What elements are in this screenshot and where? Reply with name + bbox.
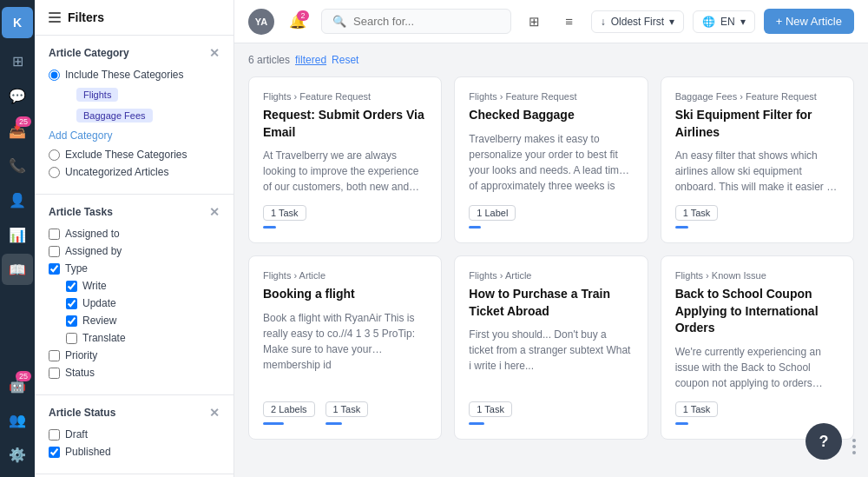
include-categories-radio[interactable]: Include These Categories <box>49 69 220 81</box>
article-breadcrumb: Flights › Known Issue <box>675 270 839 281</box>
article-tasks-section: Article Tasks ✕ Assigned to Assigned by … <box>35 195 233 395</box>
assigned-to-checkbox[interactable]: Assigned to <box>49 228 220 240</box>
write-checkbox[interactable]: Write <box>66 280 220 292</box>
article-card[interactable]: Flights › Feature RequestRequest: Submit… <box>248 76 442 243</box>
article-card[interactable]: Flights › ArticleHow to Purchase a Train… <box>454 255 648 440</box>
status-close-icon[interactable]: ✕ <box>209 406 220 420</box>
language-button[interactable]: 🌐 EN ▾ <box>693 10 755 33</box>
article-tag: 2 Labels <box>263 401 315 417</box>
article-footer: 1 Task <box>469 401 633 425</box>
draft-checkbox[interactable]: Draft <box>49 428 220 441</box>
nav-people[interactable]: 👥 <box>2 404 33 435</box>
nav-chart[interactable]: 📊 <box>2 219 33 250</box>
uncategorized-radio[interactable]: Uncategorized Articles <box>49 166 220 178</box>
app-logo: K <box>2 7 33 38</box>
baggage-fees-tag[interactable]: Baggage Fees <box>76 109 153 123</box>
nav-inbox[interactable]: 📥 25 <box>2 115 33 146</box>
nav-robot[interactable]: 🤖 25 <box>2 369 33 401</box>
tasks-close-icon[interactable]: ✕ <box>209 205 220 219</box>
article-tag-wrapper: 1 Label <box>469 205 516 229</box>
article-tag-wrapper: 1 Task <box>675 205 719 229</box>
article-title: Checked Baggage <box>469 107 633 124</box>
top-bar-actions: ⊞ ≡ ↓ Oldest First ▾ 🌐 EN ▾ + New Articl… <box>522 9 854 35</box>
article-tag-wrapper: 1 Task <box>675 401 719 425</box>
published-checkbox[interactable]: Published <box>49 446 220 458</box>
article-card[interactable]: Flights › Known IssueBack to School Coup… <box>661 255 854 440</box>
article-tag: 1 Label <box>469 205 516 221</box>
article-tag-wrapper: 1 Task <box>263 205 306 229</box>
article-breadcrumb: Flights › Article <box>263 270 427 281</box>
article-excerpt: An easy filter that shows which airlines… <box>675 148 839 195</box>
review-checkbox[interactable]: Review <box>66 315 220 327</box>
type-nested-options: Write Update Review Translate <box>49 280 220 344</box>
search-input[interactable] <box>353 15 500 28</box>
sort-chevron-icon: ▾ <box>669 16 674 28</box>
reset-button[interactable]: Reset <box>332 54 358 66</box>
article-status-section: Article Status ✕ Draft Published <box>35 395 233 474</box>
type-checkbox[interactable]: Type <box>49 262 220 275</box>
article-breadcrumb: Flights › Feature Request <box>263 91 427 102</box>
article-tag-wrapper: 1 Task <box>326 401 369 425</box>
help-button[interactable]: ? <box>806 423 842 460</box>
flights-tag[interactable]: Flights <box>76 88 118 102</box>
inbox-badge: 25 <box>16 116 31 127</box>
filtered-label[interactable]: filtered <box>295 54 326 66</box>
article-count: 6 articles <box>248 54 290 66</box>
list-view-icon[interactable]: ≡ <box>556 9 582 35</box>
article-tag: 1 Task <box>675 205 719 221</box>
article-tag-wrapper: 2 Labels <box>263 401 315 425</box>
article-title: Booking a flight <box>263 286 427 303</box>
article-tag: 1 Task <box>675 401 719 417</box>
nav-settings[interactable]: ⚙️ <box>2 439 33 470</box>
robot-badge: 25 <box>16 371 31 381</box>
new-article-button[interactable]: + New Article <box>764 9 854 34</box>
nav-grid[interactable]: ⊞ <box>2 45 33 76</box>
translate-checkbox[interactable]: Translate <box>66 332 220 344</box>
sidebar-header: Filters <box>35 0 233 36</box>
notification-icon[interactable]: 🔔 2 <box>285 9 311 35</box>
article-title: Ski Equipment Filter for Airlines <box>675 107 839 141</box>
lang-chevron-icon: ▾ <box>740 16 746 28</box>
article-status-header: Article Status ✕ <box>49 406 220 420</box>
exclude-categories-radio[interactable]: Exclude These Categories <box>49 149 220 161</box>
help-dots <box>852 439 856 454</box>
nav-phone[interactable]: 📞 <box>2 149 33 181</box>
articles-grid: Flights › Feature RequestRequest: Submit… <box>248 76 854 440</box>
status-checkbox[interactable]: Status <box>49 367 220 379</box>
article-tasks-header: Article Tasks ✕ <box>49 205 220 219</box>
nav-knowledge-base[interactable]: 📖 <box>2 254 33 285</box>
left-navigation: K ⊞ 💬 📥 25 📞 👤 📊 📖 🤖 25 👥 ⚙️ <box>0 0 35 477</box>
article-tag: 1 Task <box>326 401 369 417</box>
hamburger-icon[interactable] <box>49 12 61 23</box>
priority-checkbox[interactable]: Priority <box>49 349 220 361</box>
article-footer: 2 Labels1 Task <box>263 401 427 425</box>
article-footer: 1 Task <box>675 401 839 425</box>
sort-button[interactable]: ↓ Oldest First ▾ <box>591 10 684 33</box>
filters-sidebar: Filters Article Category ✕ Include These… <box>35 0 234 477</box>
notification-badge: 2 <box>297 10 309 21</box>
article-excerpt: At Travelberry we are always looking to … <box>263 148 427 195</box>
article-card[interactable]: Flights › ArticleBooking a flightBook a … <box>248 255 442 440</box>
article-breadcrumb: Flights › Article <box>469 270 633 281</box>
search-box[interactable]: 🔍 <box>321 9 511 34</box>
sort-down-icon: ↓ <box>601 16 606 28</box>
article-category-section: Article Category ✕ Include These Categor… <box>35 36 233 195</box>
assigned-by-checkbox[interactable]: Assigned by <box>49 245 220 257</box>
nav-contacts[interactable]: 👤 <box>2 184 33 215</box>
article-excerpt: Book a flight with RyanAir This is reall… <box>263 310 427 391</box>
nav-chat[interactable]: 💬 <box>2 80 33 111</box>
search-icon: 🔍 <box>332 15 346 28</box>
article-breadcrumb: Baggage Fees › Feature Request <box>675 91 839 102</box>
grid-view-icon[interactable]: ⊞ <box>522 9 548 35</box>
add-category-button[interactable]: Add Category <box>49 129 220 142</box>
article-card[interactable]: Flights › Feature RequestChecked Baggage… <box>454 76 648 243</box>
article-excerpt: First you should... Don't buy a ticket f… <box>469 327 633 391</box>
article-title: How to Purchase a Train Ticket Abroad <box>469 286 633 320</box>
category-close-icon[interactable]: ✕ <box>209 46 220 60</box>
update-checkbox[interactable]: Update <box>66 297 220 309</box>
filter-bar: 6 articles filtered Reset <box>248 54 854 66</box>
article-card[interactable]: Baggage Fees › Feature RequestSki Equipm… <box>661 76 854 243</box>
user-avatar[interactable]: YA <box>248 9 274 35</box>
top-bar: YA 🔔 2 🔍 ⊞ ≡ ↓ Oldest First ▾ 🌐 EN ▾ + N… <box>234 0 868 43</box>
globe-icon: 🌐 <box>702 16 715 28</box>
